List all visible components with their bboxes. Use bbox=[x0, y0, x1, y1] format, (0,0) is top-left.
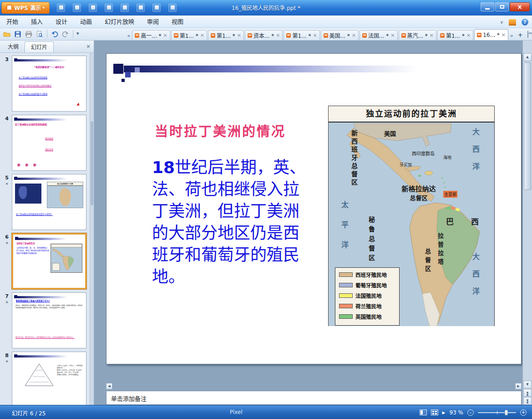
slide-body-text[interactable]: 18世纪后半期，英、法、荷也相继侵入拉丁美洲，但拉丁美洲的大部分地区仍是西班牙和… bbox=[152, 157, 310, 288]
menu-item-insert[interactable]: 插入 bbox=[25, 15, 49, 28]
quick-access-icon-8[interactable] bbox=[168, 4, 177, 12]
hscroll-right-icon[interactable]: ▶ bbox=[515, 383, 522, 389]
close-tab-icon[interactable]: × bbox=[352, 32, 356, 38]
close-tab-icon[interactable]: × bbox=[163, 32, 167, 38]
tab-slides[interactable]: 幻灯片 bbox=[25, 41, 54, 52]
app-name: WPS 演示 bbox=[14, 4, 41, 11]
map-image[interactable]: 独立运动前的拉丁美洲 bbox=[328, 106, 495, 326]
zoom-slider[interactable] bbox=[478, 409, 516, 415]
titlebar: WPS 演示 ▾ 16_殖民地人民的抗争.ppt * × bbox=[0, 0, 532, 15]
print-preview-button[interactable] bbox=[35, 29, 45, 39]
redo-button[interactable] bbox=[61, 29, 71, 39]
close-tab-icon[interactable]: × bbox=[200, 32, 204, 38]
notes-pane[interactable]: 单击添加备注 bbox=[106, 391, 522, 405]
restore-button[interactable] bbox=[495, 2, 509, 11]
quick-access-toolbar bbox=[57, 4, 177, 12]
help-icon[interactable]: ? bbox=[522, 19, 528, 26]
quick-access-icon-3[interactable] bbox=[89, 4, 97, 12]
menu-item-slideshow[interactable]: 幻灯片放映 bbox=[98, 15, 141, 28]
tab-outline[interactable]: 大纲 bbox=[2, 41, 25, 52]
doc-tab[interactable]: 蒸汽... *× bbox=[399, 30, 436, 40]
close-tab-icon[interactable]: × bbox=[276, 32, 280, 38]
presentation-doc-icon bbox=[362, 33, 367, 38]
zoom-in-button[interactable]: + bbox=[520, 409, 527, 416]
app-menu-button[interactable]: WPS 演示 ▾ bbox=[1, 2, 50, 14]
quick-access-icon-7[interactable] bbox=[152, 4, 161, 12]
transition-star-icon: ★ bbox=[2, 300, 12, 304]
statusbar: 幻灯片 6 / 25 Pixel ▶ 93 % – + bbox=[0, 405, 532, 419]
close-tab-icon[interactable]: × bbox=[313, 32, 317, 38]
presentation-doc-icon bbox=[401, 33, 406, 38]
normal-view-icon[interactable] bbox=[420, 409, 427, 415]
slide-sorter-view-icon[interactable] bbox=[431, 409, 438, 415]
close-panel-icon[interactable]: × bbox=[86, 43, 91, 50]
doc-tab[interactable]: 法国... *× bbox=[360, 30, 397, 40]
slide-thumbnail-3[interactable]: 3 “南美的解放者”——玻利瓦尔 拉丁美洲独立运动的背景和原因 玻利瓦尔领导的南… bbox=[0, 55, 90, 114]
doc-tab[interactable]: 第1... *× bbox=[437, 30, 473, 40]
print-button[interactable] bbox=[24, 29, 34, 39]
close-tab-icon[interactable]: × bbox=[466, 32, 471, 38]
slide-thumbnail-7[interactable]: 7 ★ 殖民统治给拉丁美洲人民带来了什么? 政治上，殖民者实行专制统治，掠夺土地… bbox=[0, 291, 90, 351]
doc-tab[interactable]: 第1... *× bbox=[171, 30, 207, 40]
panel-scrollbar[interactable] bbox=[90, 53, 94, 405]
scrollbar-thumb[interactable] bbox=[524, 62, 531, 190]
undo-button[interactable] bbox=[50, 29, 60, 39]
next-slide-button[interactable]: ▼▼ bbox=[523, 397, 532, 405]
slide-canvas[interactable]: 当时拉丁美洲的情况 18世纪后半期，英、法、荷也相继侵入拉丁美洲，但拉丁美洲的大… bbox=[106, 53, 522, 364]
slide-title-text[interactable]: 当时拉丁美洲的情况 bbox=[155, 121, 286, 140]
thumbnail-number: 4 bbox=[2, 116, 12, 122]
legend-swatch bbox=[339, 272, 353, 277]
close-tab-icon[interactable]: × bbox=[237, 32, 241, 38]
scroll-tabs-right-icon[interactable]: » bbox=[509, 33, 515, 40]
close-button[interactable]: × bbox=[510, 2, 530, 11]
scroll-up-icon[interactable]: ▲ bbox=[523, 53, 532, 61]
body-lead: 18 bbox=[152, 158, 175, 177]
slide-thumbnail-8[interactable]: 8 ★ 30多万 上层白人（半岛人），担任高官、富商大贾 bbox=[0, 351, 90, 405]
quick-access-icon-1[interactable] bbox=[57, 4, 65, 12]
minimize-button[interactable] bbox=[481, 2, 494, 11]
thumb-body: 政治上，殖民者实行专制统治，掠夺土地；经济上，强迫印第安人和黑人奴隶无偿劳动，疯… bbox=[15, 305, 84, 309]
close-tab-icon[interactable]: × bbox=[430, 32, 434, 38]
save-button[interactable] bbox=[13, 29, 23, 39]
zoom-out-button[interactable]: – bbox=[467, 409, 474, 416]
menu-item-view[interactable]: 视图 bbox=[165, 15, 190, 28]
quick-access-icon-4[interactable] bbox=[105, 4, 113, 12]
thumb-footer: 哪里有压迫，哪里就有反抗。这种残酷的双重压迫，必然会激起殖民地人民的反抗。 bbox=[15, 337, 84, 339]
app-window: WPS 演示 ▾ 16_殖民地人民的抗争.ppt * × 开始 插入 设计 动画… bbox=[0, 0, 532, 419]
doc-tab[interactable]: 第1... *× bbox=[208, 30, 244, 40]
slideshow-view-icon[interactable]: ▶ bbox=[442, 410, 446, 415]
menu-item-animation[interactable]: 动画 bbox=[74, 15, 98, 28]
doc-tab[interactable]: 第1... *× bbox=[284, 30, 319, 40]
slide-thumbnail-4[interactable]: 4 拉丁美洲独立运动的背景和原因 国内原因 国际背景 ✱ ✱ ✱ bbox=[0, 114, 90, 173]
toolbar-more-icon[interactable]: ▾ bbox=[76, 31, 81, 38]
doc-tab-active[interactable]: 16... *× bbox=[474, 29, 508, 40]
scroll-tabs-left-icon[interactable]: « bbox=[127, 33, 132, 40]
vertical-scrollbar[interactable]: ▲ ▼ ▲▲ ▼▼ bbox=[522, 41, 532, 405]
open-file-button[interactable] bbox=[2, 29, 12, 39]
doc-tab[interactable]: 资本... *× bbox=[245, 30, 283, 40]
close-tab-icon[interactable]: × bbox=[502, 32, 506, 38]
switch-window-icon[interactable] bbox=[527, 31, 528, 38]
quick-access-icon-6[interactable] bbox=[137, 4, 145, 12]
menu-item-design[interactable]: 设计 bbox=[49, 15, 74, 28]
skin-icon[interactable] bbox=[509, 19, 516, 25]
wps-logo-icon bbox=[6, 5, 12, 10]
menu-item-review[interactable]: 审阅 bbox=[141, 15, 165, 28]
slide-thumbnail-6-selected[interactable]: 6 ★ 当时拉丁美洲的情况 18世纪后半期，英、法、荷也相继侵入拉丁美洲，但拉丁… bbox=[0, 232, 90, 291]
previous-slide-button[interactable]: ▲▲ bbox=[523, 389, 532, 397]
scroll-down-icon[interactable]: ▼ bbox=[523, 381, 532, 388]
doc-tab[interactable]: 高一... *× bbox=[132, 30, 170, 40]
slide-thumbnail-5[interactable]: 5 ★ 独立运动前的拉丁美洲 拉丁美洲独立前的政治状况是什么样的？ bbox=[0, 173, 90, 232]
hscroll-left-icon[interactable]: ◀ bbox=[106, 383, 112, 389]
notes-placeholder: 单击添加备注 bbox=[111, 395, 147, 402]
thumb-map-image: 独立运动前的拉丁美洲 bbox=[47, 182, 83, 208]
menu-item-home[interactable]: 开始 bbox=[0, 15, 25, 28]
panel-scrollbar-thumb[interactable] bbox=[91, 121, 93, 205]
doc-tab[interactable]: 美国... *× bbox=[321, 30, 359, 40]
collapse-ribbon-icon[interactable]: ∨ bbox=[500, 20, 503, 25]
quick-access-icon-2[interactable] bbox=[73, 4, 81, 12]
new-tab-button[interactable]: + bbox=[515, 31, 526, 40]
quick-access-icon-5[interactable] bbox=[121, 4, 129, 12]
zoom-slider-handle[interactable] bbox=[505, 410, 508, 415]
close-tab-icon[interactable]: × bbox=[390, 32, 395, 38]
